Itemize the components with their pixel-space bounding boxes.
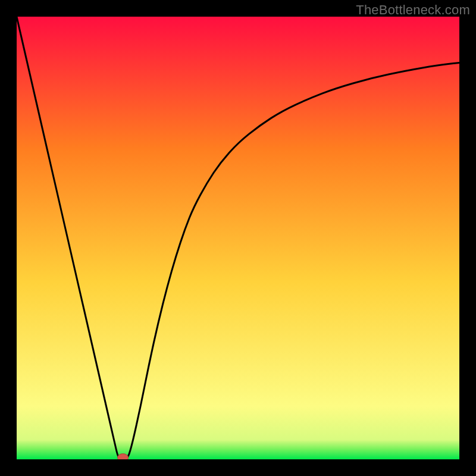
chart-frame [17, 17, 459, 459]
chart-svg [17, 17, 459, 459]
gradient-background [17, 17, 459, 459]
watermark-text: TheBottleneck.com [356, 2, 470, 18]
optimal-point-marker [118, 454, 129, 460]
